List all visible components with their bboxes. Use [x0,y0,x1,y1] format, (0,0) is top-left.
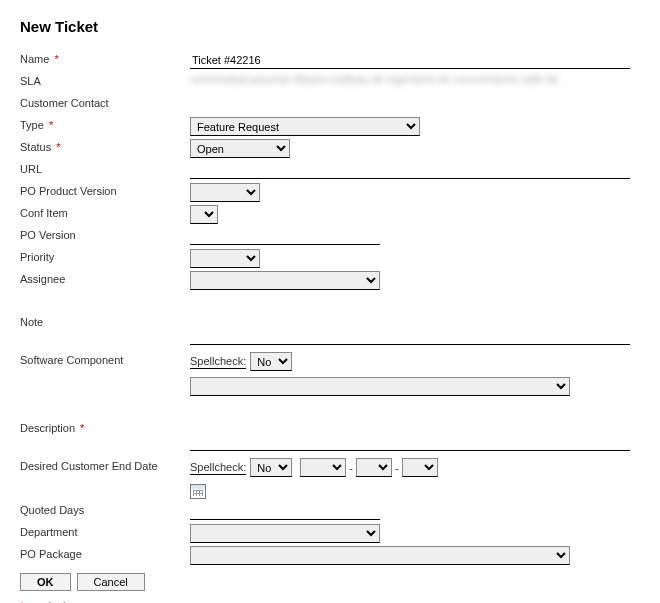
label-department: Department [20,524,190,538]
date-year-select[interactable] [300,458,346,477]
department-select[interactable] [190,524,380,543]
label-url: URL [20,161,190,175]
ok-button[interactable]: OK [20,573,71,591]
label-type: Type * [20,117,190,131]
label-desired-end-date: Desired Customer End Date [20,458,190,472]
description-textarea[interactable] [190,403,630,451]
assignee-select[interactable] [190,271,380,290]
label-customer-contact: Customer Contact [20,95,190,109]
note-textarea[interactable] [190,297,630,345]
po-package-select[interactable] [190,546,570,565]
spellcheck-select-1[interactable]: No [250,352,292,371]
quoted-days-input[interactable] [190,502,380,520]
type-select[interactable]: Feature Request [190,117,420,136]
label-priority: Priority [20,249,190,263]
spellcheck-label-2: Spellcheck: [190,461,246,475]
cancel-button[interactable]: Cancel [77,573,145,591]
page-title: New Ticket [20,18,640,35]
label-description: Description * [20,420,190,434]
label-status: Status * [20,139,190,153]
label-quoted-days: Quoted Days [20,502,190,516]
label-assignee: Assignee [20,271,190,285]
priority-select[interactable] [190,249,260,268]
calendar-icon[interactable] [190,484,206,499]
spellcheck-label-1: Spellcheck: [190,355,246,369]
label-conf-item: Conf Item [20,205,190,219]
date-sep-2: - [394,462,400,474]
sla-value: universidad tukuman Masha instituto de i… [190,73,630,89]
url-input[interactable] [190,161,630,179]
date-sep-1: - [348,462,354,474]
name-input[interactable] [190,51,630,69]
label-note: Note [20,314,190,328]
po-product-version-select[interactable] [190,183,260,202]
label-po-version: PO Version [20,227,190,241]
spellcheck-select-2[interactable]: No [250,458,292,477]
label-sla: SLA [20,73,190,87]
conf-item-select[interactable] [190,205,218,224]
date-day-select[interactable] [402,458,438,477]
date-month-select[interactable] [356,458,392,477]
label-po-package: PO Package [20,546,190,560]
status-select[interactable]: Open [190,139,290,158]
software-component-select[interactable] [190,377,570,396]
label-po-product-version: PO Product Version [20,183,190,197]
po-version-input[interactable] [190,227,380,245]
label-software-component: Software Component [20,352,190,366]
label-name: Name * [20,51,190,65]
